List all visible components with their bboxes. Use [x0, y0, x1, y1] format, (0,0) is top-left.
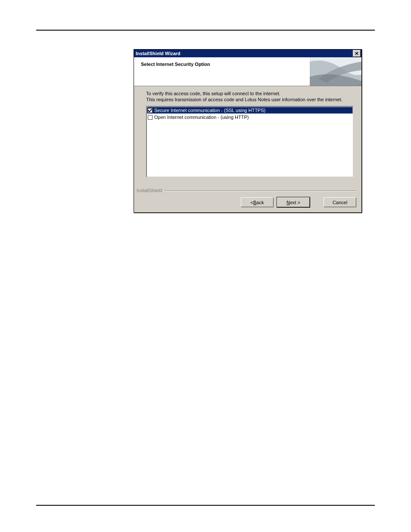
installshield-dialog: InstallShield Wizard Select Internet Sec… [134, 49, 362, 213]
checkbox-icon[interactable] [148, 115, 153, 120]
page-rule-bottom [36, 505, 375, 506]
back-mnemonic: B [253, 200, 256, 205]
next-button[interactable]: Next > [277, 197, 310, 207]
footer: InstallShield < Back Next > Cancel [134, 188, 361, 212]
close-icon[interactable] [353, 50, 361, 57]
brand-label: InstallShield [137, 188, 162, 193]
checkbox-icon[interactable] [148, 108, 153, 113]
cancel-button[interactable]: Cancel [324, 197, 356, 207]
security-option-listbox[interactable]: Secure Internet communication - (SSL usi… [146, 106, 354, 177]
option-open-http[interactable]: Open Internet communication - (using HTT… [147, 114, 353, 121]
option-label: Secure Internet communication - (SSL usi… [154, 108, 265, 113]
button-row: < Back Next > Cancel [137, 197, 356, 207]
brand-row: InstallShield [137, 188, 356, 193]
instruction-text: To verify this access code, this setup w… [146, 90, 354, 103]
next-mnemonic: N [286, 200, 290, 205]
back-suffix: ack [256, 200, 264, 205]
option-label: Open Internet communication - (using HTT… [154, 115, 249, 120]
page-rule-top [36, 30, 375, 31]
instruction-line-2: This requires transmission of access cod… [146, 96, 354, 103]
next-suffix: ext > [290, 200, 300, 205]
body-panel: To verify this access code, this setup w… [134, 86, 361, 180]
option-secure-https[interactable]: Secure Internet communication - (SSL usi… [147, 107, 353, 114]
wizard-graphic-icon [310, 57, 361, 86]
header-title: Select Internet Security Option [141, 62, 210, 67]
titlebar[interactable]: InstallShield Wizard [134, 50, 361, 57]
instruction-line-1: To verify this access code, this setup w… [146, 90, 354, 96]
button-spacer [313, 197, 320, 207]
back-button[interactable]: < Back [241, 197, 274, 207]
titlebar-title: InstallShield Wizard [136, 51, 181, 56]
divider-line [165, 190, 356, 191]
header-panel: Select Internet Security Option [134, 57, 361, 86]
